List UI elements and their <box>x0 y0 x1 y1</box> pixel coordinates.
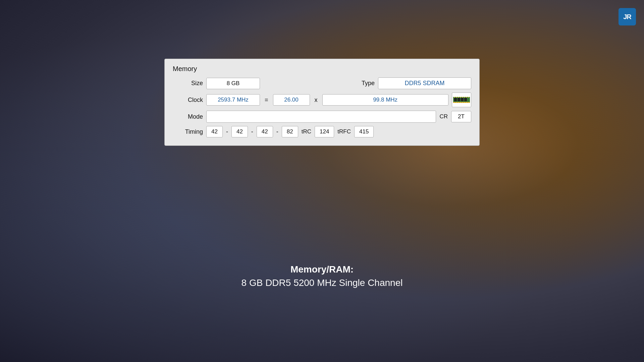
panel-grid: Size 8 GB Type DDR5 SDRAM Clock 2593.7 M… <box>173 77 471 137</box>
svg-rect-2 <box>454 98 457 101</box>
memory-panel: Memory Size 8 GB Type DDR5 SDRAM Clock 2… <box>164 59 480 146</box>
mode-label: Mode <box>173 113 203 120</box>
svg-rect-7 <box>456 102 457 103</box>
svg-rect-10 <box>462 102 463 103</box>
svg-rect-9 <box>460 102 461 103</box>
clock-base: 99.8 MHz <box>322 94 448 106</box>
svg-rect-6 <box>454 102 455 103</box>
timing-row: Timing 42 - 42 - 42 - 82 tRC 124 tRFC 41… <box>173 126 471 137</box>
mode-row: Mode CR 2T <box>173 111 471 123</box>
caption-subtitle: 8 GB DDR5 5200 MHz Single Channel <box>241 278 403 288</box>
timing-label: Timing <box>173 128 203 135</box>
svg-rect-19 <box>464 97 465 98</box>
times-operator: x <box>313 97 319 104</box>
clock-row: Clock 2593.7 MHz = 26.00 x 99.8 MHz <box>173 93 471 107</box>
trfc-value: 415 <box>354 126 374 137</box>
ram-icon <box>452 93 471 107</box>
svg-rect-15 <box>456 97 457 98</box>
timing-sep-2: - <box>251 128 253 135</box>
logo-text: JR <box>623 13 631 21</box>
clock-value: 2593.7 MHz <box>206 94 260 106</box>
size-value: 8 GB <box>206 78 260 89</box>
trc-label: tRC <box>302 128 311 135</box>
svg-rect-1 <box>453 102 470 103</box>
svg-rect-20 <box>466 97 467 98</box>
svg-rect-3 <box>458 98 460 101</box>
cr-value: 2T <box>451 111 471 122</box>
clock-multiplier: 26.00 <box>273 94 310 106</box>
svg-rect-12 <box>466 102 467 103</box>
timing-sep-1: - <box>226 128 228 135</box>
equals-operator: = <box>263 97 270 104</box>
logo-badge: JR <box>619 8 636 25</box>
trfc-label: tRFC <box>337 128 351 135</box>
timing-sep-3: - <box>276 128 278 135</box>
svg-rect-17 <box>460 97 461 98</box>
svg-rect-5 <box>464 98 467 101</box>
svg-rect-4 <box>461 98 464 101</box>
cr-label: CR <box>439 113 448 120</box>
type-label: Type <box>351 80 375 87</box>
size-type-row: Size 8 GB Type DDR5 SDRAM <box>173 77 471 89</box>
clock-label: Clock <box>173 97 203 104</box>
type-value: DDR5 SDRAM <box>378 77 471 89</box>
svg-rect-18 <box>462 97 463 98</box>
timing-t2: 42 <box>231 126 248 137</box>
svg-rect-21 <box>468 97 469 98</box>
caption-title: Memory/RAM: <box>241 264 403 275</box>
mode-value <box>206 111 436 123</box>
timing-t4: 82 <box>282 126 298 137</box>
ram-svg <box>453 94 470 106</box>
size-label: Size <box>173 80 203 87</box>
svg-rect-8 <box>458 102 459 103</box>
timing-t1: 42 <box>206 126 223 137</box>
svg-rect-14 <box>454 97 455 98</box>
svg-rect-11 <box>464 102 465 103</box>
svg-rect-16 <box>458 97 459 98</box>
svg-rect-13 <box>468 102 469 103</box>
timing-t3: 42 <box>257 126 273 137</box>
caption: Memory/RAM: 8 GB DDR5 5200 MHz Single Ch… <box>241 264 403 288</box>
trc-value: 124 <box>315 126 334 137</box>
panel-title: Memory <box>173 65 471 73</box>
